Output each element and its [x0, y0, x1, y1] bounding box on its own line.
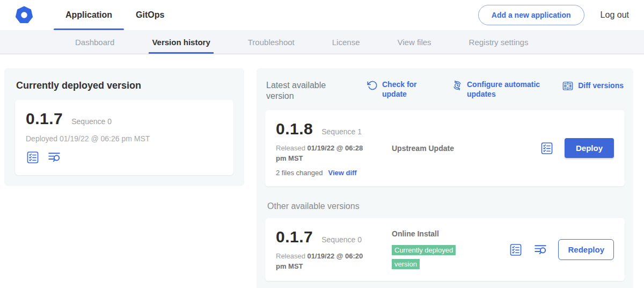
preflight-checks-icon[interactable] — [540, 141, 554, 155]
deploy-logs-icon[interactable] — [533, 243, 547, 257]
deployed-sequence: Sequence 0 — [71, 117, 112, 126]
tab-application-label: Application — [65, 10, 112, 20]
other-version-number: 0.1.7 — [276, 228, 313, 246]
subnav-license[interactable]: License — [332, 30, 360, 54]
files-changed-count: 2 files changed — [276, 169, 323, 177]
tab-gitops-label: GitOps — [136, 10, 164, 20]
subnav-active-underline — [149, 52, 213, 54]
main-content: Currently deployed version 0.1.7 Sequenc… — [0, 54, 644, 288]
latest-available-title: Latest available version — [266, 80, 352, 102]
top-navbar: Application GitOps Add a new application… — [0, 0, 644, 30]
configure-updates-label: Configure automatic updates — [467, 80, 547, 99]
latest-source-label: Upstream Update — [392, 144, 454, 153]
subnav-dashboard[interactable]: Dashboard — [75, 30, 114, 54]
preflight-checks-icon[interactable] — [26, 150, 40, 164]
latest-version-number: 0.1.8 — [276, 120, 313, 138]
deployed-timestamp: Deployed 01/19/22 @ 06:26 pm MST — [26, 134, 223, 143]
tab-application[interactable]: Application — [54, 0, 124, 30]
other-versions-heading: Other available versions — [267, 201, 623, 211]
add-application-button[interactable]: Add a new application — [478, 5, 584, 25]
logout-link[interactable]: Log out — [601, 10, 629, 20]
subnav-dashboard-label: Dashboard — [75, 38, 114, 47]
auto-update-clock-icon — [452, 80, 463, 91]
diff-versions-link[interactable]: Diff versions — [562, 80, 624, 92]
subnav-troubleshoot[interactable]: Troubleshoot — [248, 30, 295, 54]
app-logo-icon — [15, 6, 33, 24]
subnav-version-history-label: Version history — [152, 38, 210, 47]
tab-gitops[interactable]: GitOps — [124, 0, 176, 30]
diff-versions-label: Diff versions — [578, 81, 624, 91]
subnav-registry-settings-label: Registry settings — [469, 38, 529, 47]
currently-deployed-badge: Currently deployed version — [392, 245, 456, 269]
app-subnav: Dashboard Version history Troubleshoot L… — [0, 30, 644, 54]
configure-updates-link[interactable]: Configure automatic updates — [452, 80, 554, 99]
refresh-icon — [367, 80, 378, 91]
check-for-update-link[interactable]: Check for update — [367, 80, 424, 99]
top-tabs: Application GitOps — [54, 0, 176, 30]
released-prefix: Released — [276, 252, 305, 260]
latest-sequence: Sequence 1 — [321, 127, 362, 136]
latest-version-card: 0.1.8 Sequence 1 Released 01/19/22 @ 06:… — [265, 110, 625, 186]
subnav-license-label: License — [332, 38, 360, 47]
released-prefix: Released — [276, 144, 305, 152]
app-logo[interactable] — [15, 0, 33, 30]
subnav-view-files[interactable]: View files — [397, 30, 431, 54]
other-sequence: Sequence 0 — [321, 235, 362, 244]
subnav-view-files-label: View files — [397, 38, 431, 47]
view-diff-link[interactable]: View diff — [328, 169, 356, 177]
available-panel-header: Latest available version Check for updat… — [266, 80, 624, 102]
currently-deployed-badge-wrap: Currently deployed version — [392, 243, 465, 270]
deploy-button[interactable]: Deploy — [565, 138, 614, 158]
preflight-checks-icon[interactable] — [509, 243, 523, 257]
subnav-registry-settings[interactable]: Registry settings — [469, 30, 529, 54]
redeploy-button[interactable]: Redeploy — [558, 239, 614, 260]
available-versions-panel: Latest available version Check for updat… — [257, 68, 633, 288]
deployed-version-number: 0.1.7 — [26, 110, 63, 128]
subnav-version-history[interactable]: Version history — [152, 30, 210, 54]
latest-released-timestamp: Released 01/19/22 @ 06:28 pm MST — [276, 143, 368, 164]
subnav-troubleshoot-label: Troubleshoot — [248, 38, 295, 47]
other-released-timestamp: Released 01/19/22 @ 06:20 pm MST — [276, 251, 368, 272]
other-version-card: 0.1.7 Sequence 0 Released 01/19/22 @ 06:… — [265, 218, 625, 282]
currently-deployed-title: Currently deployed version — [16, 80, 232, 91]
check-for-update-label: Check for update — [382, 80, 421, 99]
other-source-label: Online Install — [392, 229, 439, 238]
diff-versions-icon — [562, 80, 574, 92]
currently-deployed-panel: Currently deployed version 0.1.7 Sequenc… — [4, 68, 244, 186]
deploy-logs-icon[interactable] — [47, 150, 61, 164]
deployed-version-card: 0.1.7 Sequence 0 Deployed 01/19/22 @ 06:… — [15, 100, 233, 175]
topbar-right: Add a new application Log out — [478, 0, 629, 30]
